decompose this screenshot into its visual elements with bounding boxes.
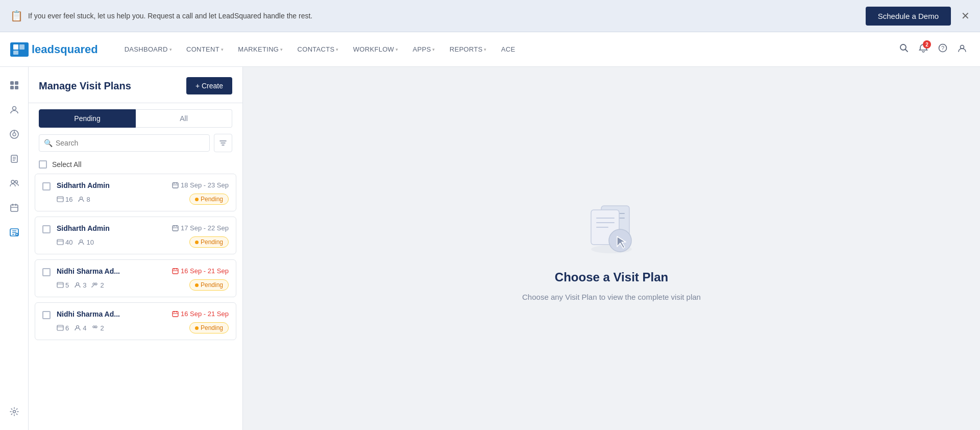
visit-plan-card[interactable]: Nidhi Sharma Ad... 16 Sep - 21 Sep 6 [35,302,236,340]
card-stat-contacts: 3 [74,281,86,289]
nav-contacts[interactable]: CONTACTS ▾ [291,41,345,57]
svg-rect-10 [10,86,14,89]
banner-text-content: If you ever feel stuck, let us help you.… [28,12,312,20]
search-input-wrap: 🔍 [39,134,210,152]
pending-dot [195,326,199,330]
svg-point-21 [15,181,17,183]
card-checkbox-1[interactable] [42,182,51,190]
nav-apps[interactable]: APPS ▾ [407,41,442,57]
card-checkbox-4[interactable] [42,311,51,319]
select-all-checkbox[interactable] [39,160,47,169]
sidebar-settings-icon[interactable] [4,401,24,422]
svg-point-14 [13,133,16,136]
chevron-down-icon: ▾ [396,47,398,52]
card-date-3: 16 Sep - 21 Sep [172,267,229,275]
visit-plan-card[interactable]: Nidhi Sharma Ad... 16 Sep - 21 Sep 5 [35,259,236,297]
schedule-demo-button[interactable]: Schedule a Demo [866,7,951,26]
card-name-4: Nidhi Sharma Ad... [57,310,120,318]
svg-point-12 [12,107,16,110]
nav-actions: 2 ? [896,40,970,58]
sidebar-icons [0,67,29,430]
sidebar-home-icon[interactable] [4,75,24,95]
chevron-down-icon: ▾ [169,47,172,52]
tab-pending[interactable]: Pending [39,109,136,128]
select-all-label[interactable]: Select All [52,160,82,169]
nav-workflow[interactable]: WORKFLOW ▾ [347,41,405,57]
select-all-row: Select All [29,158,242,174]
visit-plan-card[interactable]: Sidharth Admin 18 Sep - 23 Sep 16 [35,174,236,211]
svg-rect-55 [57,282,63,288]
svg-rect-41 [57,197,63,202]
card-date-1: 18 Sep - 23 Sep [172,181,229,189]
card-stat-contacts: 10 [78,238,93,246]
tabs-row: Pending All [29,103,242,128]
logo[interactable]: leadsquared [10,42,98,57]
card-status-badge-4: Pending [189,322,229,333]
card-name-3: Nidhi Sharma Ad... [57,267,120,275]
svg-rect-1 [19,44,24,50]
pending-dot [195,198,199,201]
card-checkbox-3[interactable] [42,268,51,276]
svg-point-33 [13,411,15,413]
nav-menu: DASHBOARD ▾ CONTENT ▾ MARKETING ▾ CONTAC… [118,41,896,57]
tab-all[interactable]: All [136,109,232,128]
empty-state-title: Choose a Visit Plan [555,270,668,284]
card-content-3: Nidhi Sharma Ad... 16 Sep - 21 Sep 5 [57,267,229,291]
search-area: 🔍 [29,128,242,158]
card-stats-3: 5 3 2 [57,281,104,289]
card-date-2: 17 Sep - 22 Sep [172,224,229,232]
user-profile-button[interactable] [954,40,970,58]
chevron-down-icon: ▾ [280,47,283,52]
sidebar-visit-plans-icon[interactable] [4,222,24,243]
help-button[interactable]: ? [935,40,950,58]
empty-illustration [578,196,645,262]
svg-line-4 [905,50,908,52]
card-stats-1: 16 8 [57,196,90,203]
search-input[interactable] [39,134,210,152]
svg-text:?: ? [941,45,944,51]
svg-rect-48 [57,240,63,245]
card-name-1: Sidharth Admin [57,181,110,189]
card-content-1: Sidharth Admin 18 Sep - 23 Sep 16 [57,181,229,205]
logo-text: leadsquared [32,43,98,56]
create-button[interactable]: + Create [186,77,232,94]
svg-rect-37 [173,183,178,188]
nav-ace[interactable]: ACE [495,41,522,57]
svg-rect-8 [10,81,14,85]
search-button[interactable] [896,40,912,58]
banner-close-button[interactable]: ✕ [961,10,970,22]
filter-button[interactable] [214,134,232,152]
svg-point-43 [80,197,83,200]
svg-point-58 [93,283,95,285]
left-panel: Manage Visit Plans + Create Pending All … [29,67,243,430]
sidebar-reports-icon[interactable] [4,124,24,145]
chevron-down-icon: ▾ [221,47,224,52]
empty-state-subtitle: Choose any Visit Plan to view the comple… [522,293,701,301]
top-banner: 📋 If you ever feel stuck, let us help yo… [0,0,980,32]
svg-rect-51 [173,269,178,274]
chevron-down-icon: ▾ [336,47,338,52]
sidebar-contacts-icon[interactable] [4,100,24,120]
nav-content[interactable]: CONTENT ▾ [180,41,230,57]
sidebar-users-icon[interactable] [4,173,24,194]
sidebar-forms-icon[interactable] [4,149,24,169]
notifications-button[interactable]: 2 [916,40,931,58]
logo-icon [10,42,29,57]
svg-rect-22 [11,205,18,211]
pending-dot [195,283,199,287]
nav-marketing[interactable]: MARKETING ▾ [232,41,289,57]
svg-rect-0 [13,44,18,50]
card-stat-contacts: 8 [78,196,90,203]
svg-rect-64 [57,325,63,330]
chevron-down-icon: ▾ [484,47,486,52]
sidebar-calendar-icon[interactable] [4,198,24,218]
visit-plan-card[interactable]: Sidharth Admin 17 Sep - 22 Sep 40 [35,217,236,254]
chevron-down-icon: ▾ [432,47,435,52]
card-checkbox-2[interactable] [42,225,51,233]
svg-point-68 [95,326,97,328]
nav-reports[interactable]: REPORTS ▾ [444,41,493,57]
card-stats-2: 40 10 [57,238,94,246]
nav-dashboard[interactable]: DASHBOARD ▾ [118,41,178,57]
card-content-2: Sidharth Admin 17 Sep - 22 Sep 40 [57,224,229,248]
svg-point-57 [77,283,79,285]
